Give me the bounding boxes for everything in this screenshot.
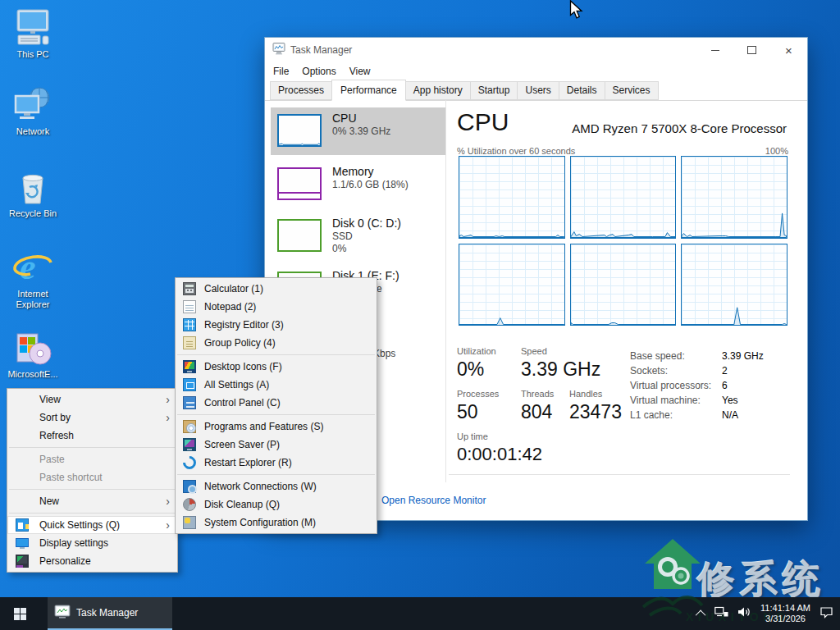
network-icon bbox=[5, 84, 61, 125]
utilization-value: 0% bbox=[457, 358, 484, 381]
action-center-icon[interactable] bbox=[819, 606, 833, 622]
menu-item-group-policy[interactable]: Group Policy (4) bbox=[176, 334, 377, 352]
menu-item-paste-shortcut: Paste shortcut bbox=[7, 468, 177, 486]
cpu-core-graph-1[interactable] bbox=[570, 156, 677, 239]
desktop[interactable]: { "chart_data": { "type": "line", "title… bbox=[0, 0, 840, 630]
desktop-icon-recycle-bin[interactable]: Recycle Bin bbox=[5, 166, 61, 219]
menu-item-calculator[interactable]: Calculator (1) bbox=[176, 280, 377, 298]
title-bar[interactable]: Task Manager × bbox=[265, 38, 807, 62]
menu-item-control-panel[interactable]: Control Panel (C) bbox=[176, 394, 377, 412]
desktop-icon-internet-explorer[interactable]: e Internet Explorer bbox=[5, 246, 61, 310]
menu-file[interactable]: File bbox=[267, 62, 295, 80]
programs-features-icon bbox=[183, 420, 196, 433]
sidebar-item-memory[interactable]: Memory1.1/6.0 GB (18%) bbox=[271, 161, 445, 207]
sidebar-item-disk0[interactable]: Disk 0 (C: D:)SSD0% bbox=[271, 212, 445, 262]
sidebar-item-cpu[interactable]: CPU0% 3.39 GHz bbox=[271, 107, 445, 155]
tab-app-history[interactable]: App history bbox=[405, 81, 471, 100]
menu-item-programs-and-features[interactable]: Programs and Features (S) bbox=[176, 418, 377, 436]
desktop-context-menu: View› Sort by› Refresh Paste Paste short… bbox=[7, 388, 178, 573]
menu-view[interactable]: View bbox=[343, 62, 377, 80]
desktop-icon-this-pc[interactable]: This PC bbox=[5, 7, 61, 60]
maximize-icon bbox=[747, 46, 756, 54]
desktop-icon-network[interactable]: Network bbox=[5, 84, 61, 137]
menu-item-sort-by[interactable]: Sort by› bbox=[7, 409, 177, 427]
cpu-core-graph-5[interactable] bbox=[681, 244, 788, 326]
menu-item-screen-saver[interactable]: Screen Saver (P) bbox=[176, 436, 377, 454]
open-resource-monitor-link[interactable]: Open Resource Monitor bbox=[381, 495, 486, 506]
utilization-label: Utilization bbox=[457, 346, 496, 356]
menu-item-personalize[interactable]: Personalize bbox=[7, 552, 177, 570]
virtual-processors-value: 6 bbox=[722, 380, 728, 391]
cpu-core-graph-2[interactable] bbox=[681, 156, 788, 239]
handles-value: 23473 bbox=[569, 401, 622, 423]
tab-details[interactable]: Details bbox=[559, 81, 605, 100]
menu-options[interactable]: Options bbox=[295, 62, 342, 80]
tab-performance[interactable]: Performance bbox=[331, 80, 406, 101]
cpu-heading: CPU bbox=[457, 108, 509, 136]
menu-separator bbox=[9, 489, 176, 490]
tab-startup[interactable]: Startup bbox=[470, 81, 518, 100]
menu-item-quick-settings[interactable]: Quick Settings (Q)› bbox=[7, 516, 177, 534]
menu-item-network-connections[interactable]: Network Connections (W) bbox=[176, 477, 377, 495]
start-button[interactable] bbox=[0, 597, 39, 630]
personalize-icon bbox=[16, 555, 29, 568]
menu-item-new[interactable]: New› bbox=[7, 492, 177, 510]
desktop-icon-label: This PC bbox=[5, 49, 61, 60]
cpu-panel: CPU AMD Ryzen 7 5700X 8-Core Processor %… bbox=[447, 100, 800, 477]
desktop-icon-microsoft-edge-installer[interactable]: MicrosoftE... bbox=[5, 326, 61, 380]
tab-users[interactable]: Users bbox=[517, 81, 559, 100]
menu-separator bbox=[9, 447, 176, 448]
menu-item-notepad[interactable]: Notepad (2) bbox=[176, 298, 377, 316]
quick-settings-icon bbox=[16, 518, 29, 532]
graph-meta: % Utilization over 60 seconds 100% bbox=[457, 146, 788, 156]
tab-processes[interactable]: Processes bbox=[270, 81, 332, 100]
cpu-core-graphs bbox=[459, 156, 788, 326]
cpu-core-graph-4[interactable] bbox=[570, 244, 677, 326]
menu-item-all-settings[interactable]: All Settings (A) bbox=[176, 376, 377, 394]
virtual-processors-label: Virtual processors: bbox=[630, 378, 722, 393]
chevron-right-icon: › bbox=[166, 492, 170, 510]
quick-settings-submenu: Calculator (1) Notepad (2) Registry Edit… bbox=[175, 277, 377, 534]
internet-explorer-icon: e bbox=[5, 246, 61, 287]
uptime-value: 0:00:01:42 bbox=[457, 444, 542, 465]
menu-item-system-configuration[interactable]: System Configuration (M) bbox=[176, 514, 377, 532]
cpu-core-graph-3[interactable] bbox=[459, 244, 565, 326]
volume-tray-icon[interactable] bbox=[737, 606, 751, 621]
menu-item-desktop-icons[interactable]: Desktop Icons (F) bbox=[176, 358, 377, 376]
tab-services[interactable]: Services bbox=[605, 81, 659, 100]
desktop-icon-label: Recycle Bin bbox=[5, 208, 61, 219]
taskbar: Task Manager 11:41:14 AM 3/31/2026 bbox=[0, 597, 840, 630]
task-manager-icon bbox=[54, 605, 71, 622]
menu-bar: File Options View bbox=[265, 62, 807, 80]
sockets-label: Sockets: bbox=[630, 363, 722, 378]
speed-label: Speed bbox=[521, 346, 547, 356]
menu-item-restart-explorer[interactable]: Restart Explorer (R) bbox=[176, 454, 377, 472]
virtual-machine-value: Yes bbox=[722, 395, 738, 406]
desktop-icon-label: Internet Explorer bbox=[5, 289, 61, 310]
menu-item-display-settings[interactable]: Display settings bbox=[7, 534, 177, 552]
network-tray-icon[interactable] bbox=[714, 606, 728, 621]
desktop-icon-label: Network bbox=[5, 126, 61, 137]
cpu-core-graph-0[interactable] bbox=[459, 156, 565, 239]
taskbar-clock[interactable]: 11:41:14 AM 3/31/2026 bbox=[760, 603, 810, 624]
taskbar-button-task-manager[interactable]: Task Manager bbox=[48, 597, 172, 630]
sidebar-divider bbox=[445, 100, 446, 482]
menu-item-disk-cleanup[interactable]: Disk Cleanup (Q) bbox=[176, 495, 377, 514]
svg-text:e: e bbox=[20, 247, 36, 287]
close-button[interactable]: × bbox=[770, 38, 807, 62]
task-manager-icon bbox=[272, 43, 285, 58]
cpu-details: Base speed:3.39 GHz Sockets:2 Virtual pr… bbox=[630, 349, 764, 422]
restart-explorer-icon bbox=[180, 454, 199, 472]
minimize-button[interactable] bbox=[696, 38, 733, 62]
chevron-right-icon: › bbox=[166, 516, 170, 534]
base-speed-value: 3.39 GHz bbox=[722, 350, 764, 362]
speed-value: 3.39 GHz bbox=[521, 358, 600, 381]
menu-item-paste: Paste bbox=[7, 450, 177, 468]
menu-item-refresh[interactable]: Refresh bbox=[7, 427, 177, 445]
processes-value: 50 bbox=[457, 401, 478, 423]
maximize-button[interactable] bbox=[733, 38, 770, 62]
menu-item-registry-editor[interactable]: Registry Editor (3) bbox=[176, 316, 377, 334]
menu-separator bbox=[177, 474, 375, 475]
menu-item-view[interactable]: View› bbox=[7, 390, 177, 409]
menu-separator bbox=[177, 354, 375, 355]
